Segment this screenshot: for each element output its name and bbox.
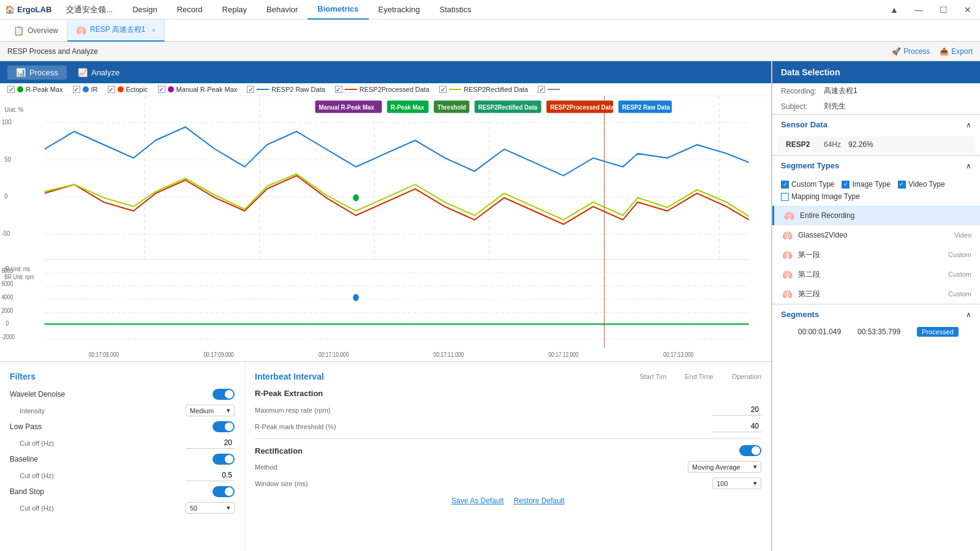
analyze-tab[interactable]: 📈 Analyze [69, 66, 128, 80]
low-pass-cutoff-row: Cut off (Hz) [10, 437, 235, 449]
low-pass-cutoff-input[interactable] [186, 437, 235, 449]
title-bar: 🏠 ErgoLAB 交通安全领...DesignRecordReplayBeha… [0, 0, 980, 20]
segment-item-glasses2video[interactable]: 🫁 Glasses2Video Video [772, 225, 980, 245]
svg-text:RESP2Rectified Data: RESP2Rectified Data [478, 103, 537, 111]
tab-1[interactable]: 🫁RESP 高速去程1× [67, 20, 165, 42]
tab-0[interactable]: 📋Overview [5, 20, 67, 42]
restore-default-button[interactable]: Restore Default [514, 497, 565, 505]
legend-resp2-raw-checkbox[interactable]: ✓ [247, 86, 254, 93]
legend-manual-rpeak-checkbox[interactable]: ✓ [158, 86, 165, 93]
baseline-cutoff-input[interactable] [186, 470, 235, 481]
svg-point-45 [353, 295, 358, 301]
segment-types-container: ✓ Custom Type ✓ Image Type ✓ Video Type … [772, 175, 980, 206]
image-type-checkbox[interactable]: ✓ Image Type [842, 180, 890, 189]
legend-ir: ✓ IR [73, 86, 98, 93]
nav-item-eyetracking[interactable]: Eyetracking [369, 0, 430, 20]
rectification-row: Rectification [255, 445, 761, 456]
chart-area[interactable]: Unit: % 100 50 0 -50 [0, 96, 771, 361]
save-as-default-button[interactable]: Save As Default [451, 497, 503, 505]
recording-value: 高速去程1 [824, 86, 858, 96]
low-pass-cutoff-label: Cut off (Hz) [20, 440, 54, 447]
legend-resp2-rectified: ✓ RESP2Rectified Data [439, 86, 528, 93]
chevron-down-icon-4: ▾ [753, 479, 757, 487]
tab-icon-0: 📋 [13, 26, 24, 36]
nav-item-replay[interactable]: Replay [213, 0, 257, 20]
up-button[interactable]: ▲ [887, 2, 902, 17]
mapping-image-type-checkbox[interactable]: Mapping Image Type [781, 192, 860, 201]
segments-start-value: 00:00:01.049 [798, 328, 853, 336]
rpeak-threshold-row: R-Peak mark threshold (%) [255, 421, 761, 432]
window-size-dropdown[interactable]: 100 ▾ [712, 478, 761, 489]
legend-extra-checkbox[interactable]: ✓ [538, 86, 545, 93]
band-stop-cutoff-label: Cut off (Hz) [20, 504, 54, 512]
legend-ir-checkbox[interactable]: ✓ [73, 86, 80, 93]
chevron-down-icon-2: ▾ [227, 504, 230, 512]
wavelet-denoise-toggle[interactable] [213, 389, 235, 400]
max-resp-rate-input[interactable] [712, 404, 761, 416]
svg-text:00:17:12.000: 00:17:12.000 [548, 351, 578, 358]
rpeak-extraction-label: R-Peak Extraction [255, 389, 761, 398]
export-icon: 📤 [940, 47, 949, 56]
process-action-button[interactable]: 🚀 Process [892, 47, 930, 56]
svg-text:00:17:08.000: 00:17:08.000 [89, 351, 119, 358]
segment-types-collapse-icon[interactable]: ∧ [966, 162, 971, 170]
legend-resp2-rectified-checkbox[interactable]: ✓ [439, 86, 447, 93]
band-stop-row: Band Stop [10, 486, 235, 497]
legend-ectopic-checkbox[interactable]: ✓ [108, 86, 115, 93]
sensor-data-title: Sensor Data [781, 120, 827, 129]
process-analyze-tabs: 📊 Process 📈 Analyze [0, 61, 771, 83]
method-dropdown[interactable]: Moving Average ▾ [688, 461, 761, 473]
custom-type-checkbox[interactable]: ✓ Custom Type [781, 180, 834, 189]
svg-text:4000: 4000 [1, 294, 13, 301]
method-row: Method Moving Average ▾ [255, 461, 761, 473]
intensity-dropdown[interactable]: Medium ▾ [186, 405, 235, 416]
nav-item-record[interactable]: Record [167, 0, 213, 20]
segments-collapse-icon[interactable]: ∧ [966, 310, 971, 319]
nav-item-交通安全领...[interactable]: 交通安全领... [56, 0, 123, 20]
segments-title: Segments [781, 310, 819, 319]
segment-item-1[interactable]: 🫁 第一段 Custom [772, 245, 980, 264]
chevron-down-icon: ▾ [227, 407, 230, 414]
legend-resp2-processed-checkbox[interactable]: ✓ [335, 86, 342, 93]
minimize-button[interactable]: — [911, 2, 926, 17]
band-stop-cutoff-row: Cut off (Hz) 50 ▾ [10, 502, 235, 514]
sensor-hz: 64Hz [824, 140, 841, 149]
segments-header: Segments ∧ [772, 304, 980, 324]
sensor-data-header: Sensor Data ∧ [772, 114, 980, 134]
nav-item-biometrics[interactable]: Biometrics [307, 0, 368, 20]
baseline-toggle[interactable] [213, 454, 235, 465]
tab-icon-1: 🫁 [76, 25, 86, 35]
segment-item-entire[interactable]: 🫁 Entire Recording [772, 206, 980, 225]
wavelet-intensity-row: Intensity Medium ▾ [10, 405, 235, 416]
svg-text:BR Unit: rpm: BR Unit: rpm [4, 274, 34, 280]
nav-item-statistics[interactable]: Statistics [429, 0, 481, 20]
segment-item-2[interactable]: 🫁 第二段 Custom [772, 264, 980, 284]
close-button[interactable]: ✕ [960, 2, 975, 17]
low-pass-toggle[interactable] [213, 421, 235, 432]
window-size-label: Window size (ms) [255, 480, 308, 487]
sensor-data-collapse-icon[interactable]: ∧ [966, 121, 971, 129]
band-stop-toggle[interactable] [213, 486, 235, 497]
method-label: Method [255, 463, 277, 471]
segment-item-3[interactable]: 🫁 第三段 Custom [772, 284, 980, 304]
maximize-button[interactable]: ☐ [936, 2, 951, 17]
legend-extra: ✓ [538, 86, 560, 93]
title-bar-left: 🏠 ErgoLAB 交通安全领...DesignRecordReplayBeha… [5, 0, 481, 20]
rpeak-threshold-input[interactable] [712, 421, 761, 432]
video-type-checkbox[interactable]: ✓ Video Type [898, 180, 945, 189]
segment-types-header: Segment Types ∧ [772, 156, 980, 175]
right-panel: Data Selection Recording: 高速去程1 Subject:… [772, 61, 980, 551]
svg-text:R-Peak Max: R-Peak Max [391, 103, 424, 111]
nav-item-design[interactable]: Design [123, 0, 167, 20]
process-tab[interactable]: 📊 Process [7, 66, 67, 80]
rectification-toggle[interactable] [739, 445, 761, 456]
legend-rpeak-checkbox[interactable]: ✓ [7, 86, 15, 93]
nav-item-behavior[interactable]: Behavior [257, 0, 307, 20]
segments-end-value: 00:53:35.799 [858, 328, 912, 336]
band-stop-dropdown[interactable]: 50 ▾ [186, 502, 235, 514]
segment-3-icon: 🫁 [781, 288, 793, 300]
tab-close-1[interactable]: × [151, 26, 155, 34]
export-action-button[interactable]: 📤 Export [940, 47, 973, 56]
segment-types-row2: Mapping Image Type [781, 192, 971, 201]
segment-3-name: 第三段 [798, 289, 943, 299]
